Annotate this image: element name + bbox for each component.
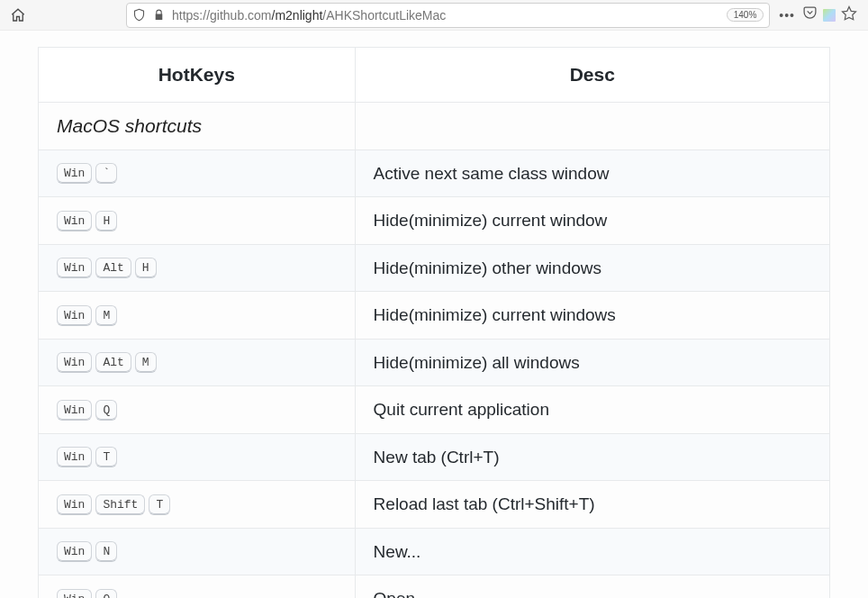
desc-cell: Hide(minimize) all windows xyxy=(355,339,829,385)
home-icon xyxy=(10,7,26,23)
table-row: WinMHide(minimize) current windows xyxy=(39,292,830,339)
key-badge: H xyxy=(135,258,157,278)
toolbar-right: ••• xyxy=(777,5,861,25)
key-badge: M xyxy=(135,352,157,373)
key-badge: T xyxy=(95,447,117,467)
table-row: Win`Active next same class window xyxy=(39,150,830,197)
key-badge: Alt xyxy=(95,352,131,373)
shield-icon xyxy=(132,8,146,22)
table-row: WinNNew... xyxy=(39,528,830,575)
shortcuts-table: HotKeys Desc MacOS shortcuts Win`Active … xyxy=(38,47,830,598)
more-icon[interactable]: ••• xyxy=(777,8,797,23)
browser-toolbar: https://github.com/m2nlight/AHKShortcutL… xyxy=(0,0,868,31)
hotkey-cell: WinQ xyxy=(39,386,356,433)
section-empty xyxy=(355,103,829,150)
key-badge: Win xyxy=(57,163,92,184)
desc-cell: Quit current application xyxy=(355,386,829,433)
address-bar[interactable]: https://github.com/m2nlight/AHKShortcutL… xyxy=(126,3,770,28)
table-row: WinShiftTReload last tab (Ctrl+Shift+T) xyxy=(39,481,830,528)
key-badge: Q xyxy=(95,400,117,421)
key-badge: H xyxy=(95,211,117,231)
table-row: WinAltHHide(minimize) other windows xyxy=(39,244,830,291)
desc-cell: Active next same class window xyxy=(355,150,829,197)
desc-cell: Hide(minimize) other windows xyxy=(355,244,829,291)
key-badge: O xyxy=(95,589,117,598)
key-badge: Win xyxy=(57,258,92,278)
url-text: https://github.com/m2nlight/AHKShortcutL… xyxy=(172,8,719,23)
header-hotkeys: HotKeys xyxy=(39,48,356,103)
star-icon[interactable] xyxy=(841,5,857,25)
hotkey-cell: WinO xyxy=(39,575,356,598)
key-badge: Win xyxy=(57,400,92,421)
hotkey-cell: WinH xyxy=(39,197,356,244)
key-badge: Win xyxy=(57,589,92,598)
desc-cell: Hide(minimize) current windows xyxy=(355,292,829,339)
key-badge: N xyxy=(95,541,117,562)
table-row: WinOOpen... xyxy=(39,575,830,598)
key-badge: Win xyxy=(57,305,92,326)
key-badge: Win xyxy=(57,352,92,373)
hotkey-cell: WinM xyxy=(39,292,356,339)
key-badge: T xyxy=(149,494,170,515)
color-tile-icon[interactable] xyxy=(823,9,836,22)
key-badge: Win xyxy=(57,494,92,515)
svg-marker-0 xyxy=(843,6,856,19)
key-badge: Win xyxy=(57,211,92,231)
lock-icon xyxy=(153,9,165,21)
hotkey-cell: WinAltH xyxy=(39,244,356,291)
hotkey-cell: WinN xyxy=(39,528,356,575)
table-row: WinQQuit current application xyxy=(39,386,830,433)
section-title: MacOS shortcuts xyxy=(39,103,356,150)
page-content: HotKeys Desc MacOS shortcuts Win`Active … xyxy=(0,31,868,598)
desc-cell: New... xyxy=(355,528,829,575)
key-badge: ` xyxy=(95,163,117,184)
pocket-icon[interactable] xyxy=(802,5,818,24)
zoom-badge[interactable]: 140% xyxy=(727,8,764,22)
header-desc: Desc xyxy=(355,48,829,103)
desc-cell: New tab (Ctrl+T) xyxy=(355,433,829,480)
desc-cell: Open... xyxy=(355,575,829,598)
key-badge: Alt xyxy=(95,258,131,278)
home-button[interactable] xyxy=(7,5,29,26)
table-row: WinAltMHide(minimize) all windows xyxy=(39,339,830,385)
section-row: MacOS shortcuts xyxy=(39,103,830,150)
desc-cell: Hide(minimize) current window xyxy=(355,197,829,244)
key-badge: Win xyxy=(57,447,92,467)
key-badge: Shift xyxy=(95,494,145,515)
hotkey-cell: WinAltM xyxy=(39,339,356,385)
table-row: WinTNew tab (Ctrl+T) xyxy=(39,433,830,480)
hotkey-cell: WinT xyxy=(39,433,356,480)
hotkey-cell: Win` xyxy=(39,150,356,197)
hotkey-cell: WinShiftT xyxy=(39,481,356,528)
key-badge: M xyxy=(95,305,117,326)
table-row: WinHHide(minimize) current window xyxy=(39,197,830,244)
desc-cell: Reload last tab (Ctrl+Shift+T) xyxy=(355,481,829,528)
key-badge: Win xyxy=(57,541,92,562)
